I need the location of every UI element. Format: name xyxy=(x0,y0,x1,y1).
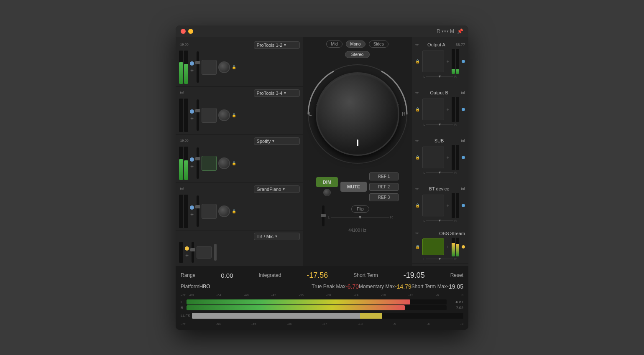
output-b-collapse[interactable]: ▾▾ xyxy=(415,91,419,95)
btdevice-pan-track: ▾ xyxy=(426,220,453,221)
pad-tbmic[interactable] xyxy=(197,246,212,259)
sub-collapse[interactable]: ▾▾ xyxy=(415,139,419,143)
lr-meters: L -6.87 R -7.02 xyxy=(181,299,463,310)
output-b-radio[interactable] xyxy=(462,108,465,111)
output-b-pad[interactable] xyxy=(422,99,444,120)
pad-protools34[interactable] xyxy=(202,108,217,123)
btdevice-level: -inf xyxy=(460,187,465,191)
center-panel: Mid Mono Sides Stereo xyxy=(303,37,412,266)
output-a-meter-r xyxy=(456,49,459,74)
pan-knob-protools34[interactable] xyxy=(218,109,230,121)
channel-name-protools34[interactable]: ProTools 3-4 ▾ xyxy=(254,89,300,97)
ref1-button[interactable]: REF 1 xyxy=(369,172,399,180)
flip-button[interactable]: Flip xyxy=(351,205,369,213)
pin-icon[interactable]: 📌 xyxy=(457,28,463,34)
fader-grandpiano[interactable] xyxy=(197,195,199,227)
add-button2[interactable]: + xyxy=(190,115,194,121)
fader-spotify[interactable] xyxy=(197,147,199,179)
output-b-lock[interactable]: 🔒 xyxy=(415,107,420,112)
channel-name-grandpiano[interactable]: GrandPiano ▾ xyxy=(254,185,300,193)
bottom-scale: -inf -54 -45 -36 -27 -18 -9 -6 -3 xyxy=(181,321,463,327)
pad-grandpiano[interactable] xyxy=(202,204,217,219)
solo-button3[interactable] xyxy=(190,157,194,162)
stereo-button[interactable]: Stereo xyxy=(345,51,370,58)
sides-button[interactable]: Sides xyxy=(369,41,388,48)
main-knob-container: L R xyxy=(303,60,412,168)
minimize-button[interactable] xyxy=(188,29,193,34)
lufs-bar-container xyxy=(192,313,463,319)
obsstream-section: ▾▾ OBS Stream 🔒 + xyxy=(412,229,468,264)
output-b-lr-label: L ▾ R xyxy=(415,122,465,127)
btdevice-plus[interactable]: + xyxy=(447,203,449,208)
ch-controls-protools34: + xyxy=(190,109,194,121)
output-a-plus[interactable]: + xyxy=(447,59,449,64)
output-b-meter-l xyxy=(452,97,455,122)
main-fader-track[interactable] xyxy=(322,205,325,226)
sub-radio[interactable] xyxy=(462,156,465,159)
pan-knob-protools12[interactable] xyxy=(218,61,230,73)
title-bar: R▾▾▾M 📌 xyxy=(176,25,468,37)
meter-l-spotify xyxy=(179,147,183,180)
obsstream-collapse[interactable]: ▾▾ xyxy=(415,231,419,235)
btdevice-radio[interactable] xyxy=(462,204,465,207)
output-b-plus[interactable]: + xyxy=(447,107,449,112)
mute-button[interactable]: MUTE xyxy=(340,182,367,192)
fader-protools12[interactable] xyxy=(197,51,199,83)
add-button3[interactable]: + xyxy=(190,163,194,169)
stereo-line-area: L ▾ R xyxy=(328,215,393,219)
reset-button[interactable]: Reset xyxy=(450,272,463,278)
btdevice-collapse[interactable]: ▾▾ xyxy=(415,187,419,191)
solo-button4[interactable] xyxy=(190,205,194,210)
sub-pad[interactable] xyxy=(422,147,444,168)
integrated-val: -17.56 xyxy=(307,271,328,280)
solo-button5[interactable] xyxy=(185,246,189,251)
solo-button2[interactable] xyxy=(190,109,194,114)
vertical-slider[interactable] xyxy=(214,244,217,261)
output-a-collapse[interactable]: ▾▾ xyxy=(415,43,419,47)
scale-marks-top: -60 -54 -48 -42 -36 -30 -24 -18 -12 -6 0 xyxy=(189,293,463,297)
channel-arrow2: ▾ xyxy=(284,91,286,95)
pad-spotify[interactable] xyxy=(202,156,217,171)
sub-section: ▾▾ SUB -inf 🔒 + L ▾ xyxy=(412,133,468,181)
output-b-meters xyxy=(452,97,459,122)
l-bar-fill xyxy=(187,299,410,304)
channel-name-spotify[interactable]: Spotify ▾ xyxy=(254,137,300,145)
ref3-button[interactable]: REF 3 xyxy=(369,193,399,201)
dim-button[interactable]: DIM xyxy=(316,177,338,187)
pan-knob-spotify[interactable] xyxy=(218,157,230,169)
fader-protools34[interactable] xyxy=(197,99,199,131)
solo-button[interactable] xyxy=(190,61,194,66)
main-volume-knob[interactable] xyxy=(316,72,399,156)
add-button4[interactable]: + xyxy=(190,211,194,217)
output-a-lock[interactable]: 🔒 xyxy=(415,59,420,63)
sub-plus[interactable]: + xyxy=(447,155,449,160)
sub-lock[interactable]: 🔒 xyxy=(415,155,420,160)
obsstream-lr-label: L ▾ R xyxy=(415,256,465,262)
dim-knob[interactable] xyxy=(323,189,331,196)
mono-button[interactable]: Mono xyxy=(346,41,365,48)
btdevice-lock[interactable]: 🔒 xyxy=(415,203,420,208)
ref2-button[interactable]: REF 2 xyxy=(369,183,399,191)
add-button[interactable]: + xyxy=(190,67,194,73)
obsstream-plus[interactable]: + xyxy=(447,244,449,249)
close-button[interactable] xyxy=(181,29,186,34)
channel-name-protools12[interactable]: ProTools 1-2 ▾ xyxy=(254,41,300,49)
mid-button[interactable]: Mid xyxy=(326,41,342,48)
obsstream-lock[interactable]: 🔒 xyxy=(415,245,420,249)
pan-knob-grandpiano[interactable] xyxy=(218,205,230,217)
sub-pan-track: ▾ xyxy=(426,172,453,173)
sub-meter-l xyxy=(452,145,455,170)
obsstream-pad[interactable] xyxy=(422,238,444,255)
obsstream-radio[interactable] xyxy=(462,245,465,248)
output-b-section: ▾▾ Output B -inf 🔒 + L xyxy=(412,85,468,133)
add-button5[interactable]: + xyxy=(185,252,189,258)
output-a-pad[interactable] xyxy=(422,51,444,72)
output-a-radio[interactable] xyxy=(462,60,465,63)
pad-protools12[interactable] xyxy=(202,60,217,75)
channel-name-tbmic[interactable]: TB / Mic ▾ xyxy=(254,233,300,240)
channel-arrow3: ▾ xyxy=(272,139,274,143)
btdevice-pad[interactable] xyxy=(422,195,444,216)
output-a-meters xyxy=(452,49,459,74)
lock-icon2: 🔒 xyxy=(232,113,236,117)
fader-tbmic[interactable] xyxy=(192,242,194,263)
